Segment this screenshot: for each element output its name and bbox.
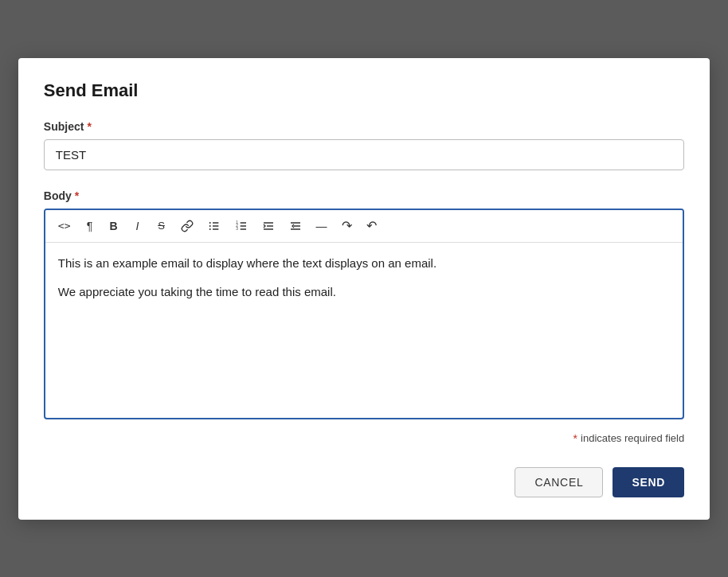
required-note-star: * [573,432,577,445]
editor-toolbar: <> ¶ B I S [45,210,683,243]
italic-button[interactable]: I [127,215,149,237]
code-button[interactable]: <> [52,215,77,237]
svg-point-3 [209,222,210,224]
body-label: Body * [44,189,684,202]
subject-label: Subject * [44,120,684,133]
undo-button[interactable]: ↶ [360,215,383,237]
hr-button[interactable]: — [310,215,334,237]
body-paragraph-1: This is an example email to display wher… [58,254,670,273]
rich-editor: <> ¶ B I S [44,209,684,419]
body-paragraph-2: We appreciate you taking the time to rea… [58,283,670,302]
editor-content-area[interactable]: This is an example email to display wher… [45,243,683,418]
required-note: * indicates required field [44,432,684,445]
svg-point-4 [209,225,210,227]
svg-point-5 [209,228,210,230]
ordered-list-button[interactable]: 1 2 3 [229,215,254,237]
unordered-list-button[interactable] [202,215,227,237]
link-button[interactable] [174,215,200,237]
redo-button[interactable]: ↷ [335,215,358,237]
body-field-container: Body * <> ¶ B I S [44,189,684,419]
body-required-star: * [75,189,79,202]
required-note-text: indicates required field [581,432,684,444]
svg-text:3: 3 [236,227,238,231]
outdent-button[interactable] [283,215,308,237]
cancel-button[interactable]: CANCEL [515,467,603,497]
subject-input[interactable] [44,139,684,170]
strikethrough-button[interactable]: S [151,215,173,237]
send-button[interactable]: SEND [613,467,684,497]
modal-footer: CANCEL SEND [44,461,684,497]
paragraph-button[interactable]: ¶ [79,215,101,237]
bold-button[interactable]: B [103,215,125,237]
subject-required-star: * [87,120,91,133]
modal-title: Send Email [44,80,684,101]
indent-button[interactable] [256,215,281,237]
send-email-modal: Send Email Subject * Body * <> ¶ B I S [18,58,710,520]
subject-field-container: Subject * [44,120,684,189]
